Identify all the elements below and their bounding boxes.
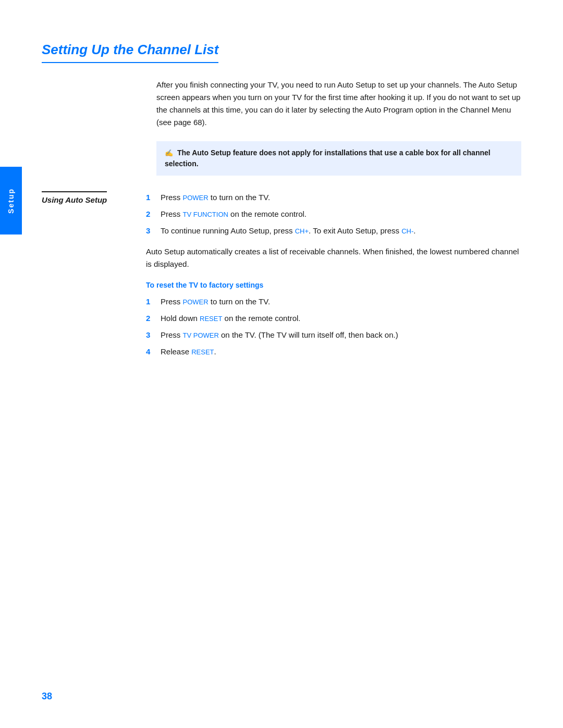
reset-step-4: 4 Release RESET. [146, 346, 521, 358]
section-content: 1 Press POWER to turn on the TV. 2 Press… [146, 191, 521, 366]
reset-step-4-number: 4 [146, 346, 157, 358]
keyword-ch-plus: CH+ [295, 227, 309, 235]
sidebar-tab-label: Setup [7, 188, 15, 214]
page-container: Setup Setting Up the Channel List After … [0, 0, 563, 728]
step-1-number: 1 [146, 191, 157, 204]
reset-step-4-text: Release RESET. [161, 346, 521, 358]
step-1: 1 Press POWER to turn on the TV. [146, 191, 521, 204]
reset-step-2: 2 Hold down RESET on the remote control. [146, 312, 521, 325]
main-content: Setting Up the Channel List After you fi… [42, 31, 521, 366]
reset-step-3-number: 3 [146, 329, 157, 341]
step-2: 2 Press TV FUNCTION on the remote contro… [146, 208, 521, 220]
keyword-power-2: POWER [183, 298, 209, 306]
intro-text: After you finish connecting your TV, you… [156, 79, 521, 129]
page-number: 38 [42, 691, 52, 702]
section-label-area: Using Auto Setup [42, 191, 146, 366]
reset-step-2-number: 2 [146, 312, 157, 325]
intro-block: After you finish connecting your TV, you… [156, 79, 521, 129]
reset-step-3: 3 Press TV POWER on the TV. (The TV will… [146, 329, 521, 341]
step-2-text: Press TV FUNCTION on the remote control. [161, 208, 521, 220]
keyword-reset-2: RESET [191, 348, 214, 356]
keyword-reset-1: RESET [200, 315, 222, 323]
auto-setup-steps-list: 1 Press POWER to turn on the TV. 2 Press… [146, 191, 521, 237]
reset-step-1: 1 Press POWER to turn on the TV. [146, 295, 521, 308]
keyword-ch-minus: CH- [401, 227, 413, 235]
step-3: 3 To continue running Auto Setup, press … [146, 225, 521, 237]
page-title: Setting Up the Channel List [42, 42, 218, 63]
step-3-number: 3 [146, 225, 157, 237]
reset-steps-list: 1 Press POWER to turn on the TV. 2 Hold … [146, 295, 521, 358]
keyword-tv-function: TV FUNCTION [183, 211, 228, 218]
step-3-text: To continue running Auto Setup, press CH… [161, 225, 521, 237]
reset-heading: To reset the TV to factory settings [146, 281, 521, 289]
note-text: The Auto Setup feature does not apply fo… [165, 149, 491, 168]
reset-step-1-text: Press POWER to turn on the TV. [161, 295, 521, 308]
sidebar-tab: Setup [0, 167, 22, 235]
auto-setup-section: Using Auto Setup 1 Press POWER to turn o… [42, 191, 521, 366]
auto-setup-para: Auto Setup automatically creates a list … [146, 245, 521, 270]
reset-step-1-number: 1 [146, 295, 157, 308]
note-icon: ✍ [165, 149, 173, 157]
note-box: ✍ The Auto Setup feature does not apply … [156, 141, 521, 176]
step-1-text: Press POWER to turn on the TV. [161, 191, 521, 204]
step-2-number: 2 [146, 208, 157, 220]
keyword-tv-power: TV POWER [183, 331, 219, 339]
reset-step-3-text: Press TV POWER on the TV. (The TV will t… [161, 329, 521, 341]
reset-step-2-text: Hold down RESET on the remote control. [161, 312, 521, 325]
section-label: Using Auto Setup [42, 191, 107, 204]
keyword-power-1: POWER [183, 194, 209, 202]
